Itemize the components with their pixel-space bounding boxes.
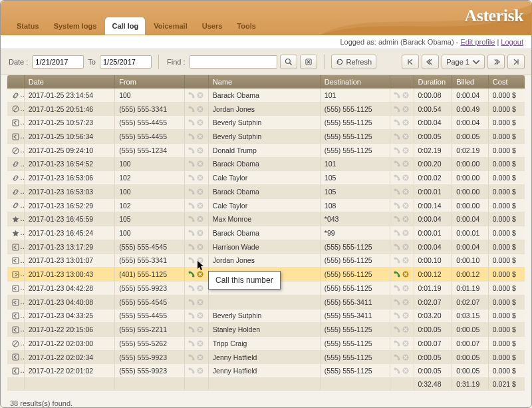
delete-entry-icon[interactable]	[196, 311, 204, 319]
call-number-icon[interactable]	[188, 118, 196, 126]
tab-voicemail[interactable]: Voicemail	[147, 17, 194, 35]
delete-entry-icon[interactable]	[402, 367, 410, 375]
call-number-icon[interactable]	[393, 91, 401, 99]
delete-entry-icon[interactable]	[402, 118, 410, 126]
call-number-icon[interactable]	[393, 256, 401, 264]
call-number-icon[interactable]	[393, 367, 401, 375]
delete-entry-icon[interactable]	[196, 91, 204, 99]
delete-entry-icon[interactable]	[196, 132, 204, 140]
call-number-icon[interactable]	[393, 146, 401, 154]
call-number-icon[interactable]	[393, 229, 401, 237]
date-from-input[interactable]	[32, 55, 84, 69]
delete-entry-icon[interactable]	[402, 146, 410, 154]
call-number-icon[interactable]	[393, 174, 401, 182]
delete-entry-icon[interactable]	[402, 174, 410, 182]
col-header[interactable]: Billed	[452, 75, 489, 89]
table-row[interactable]: 2017-01-25 10:57:23(555) 555-4455Beverly…	[7, 116, 525, 130]
call-number-icon[interactable]	[393, 243, 401, 251]
call-number-icon[interactable]	[188, 215, 196, 223]
tab-call-log[interactable]: Call log	[104, 17, 146, 35]
delete-entry-icon[interactable]	[402, 353, 410, 361]
table-row[interactable]: 2017-01-23 16:45:24100Barack Obama*990:0…	[7, 226, 525, 240]
delete-entry-icon[interactable]	[402, 284, 410, 292]
tab-tools[interactable]: Tools	[230, 17, 263, 35]
call-number-icon[interactable]	[393, 284, 401, 292]
delete-entry-icon[interactable]	[402, 132, 410, 140]
call-number-icon[interactable]	[393, 118, 401, 126]
call-number-icon[interactable]	[188, 202, 196, 210]
delete-entry-icon[interactable]	[196, 118, 204, 126]
call-number-icon[interactable]	[393, 215, 401, 223]
table-row[interactable]: 2017-01-23 16:53:03100Barack Obama1050:0…	[7, 185, 525, 199]
call-number-icon[interactable]	[188, 339, 196, 347]
pager-next-button[interactable]	[487, 55, 505, 69]
table-row[interactable]: 2017-01-23 16:45:59105Max Monroe*0430:00…	[7, 212, 525, 226]
tab-users[interactable]: Users	[196, 17, 229, 35]
table-row[interactable]: 2017-01-23 13:01:07(555) 555-3341Jordan …	[7, 254, 525, 268]
call-number-icon[interactable]	[393, 353, 401, 361]
logout-link[interactable]: Logout	[501, 38, 523, 46]
find-input[interactable]	[190, 55, 277, 69]
pager-prev-button[interactable]	[422, 55, 439, 69]
col-header[interactable]: Duration	[414, 75, 452, 89]
table-row[interactable]: 2017-01-23 13:17:29(555) 555-4545Harriso…	[7, 240, 525, 254]
delete-entry-icon[interactable]	[402, 160, 410, 168]
delete-entry-icon[interactable]	[402, 202, 410, 210]
col-header[interactable]: Date	[24, 75, 114, 89]
call-number-icon[interactable]	[393, 188, 401, 196]
search-button[interactable]	[280, 55, 297, 69]
delete-entry-icon[interactable]	[402, 229, 410, 237]
call-number-icon[interactable]	[393, 311, 401, 319]
table-row[interactable]: 2017-01-25 23:14:54100Barack Obama1010:0…	[7, 89, 525, 102]
pager-last-button[interactable]	[507, 55, 525, 69]
delete-entry-icon[interactable]	[196, 243, 204, 251]
delete-entry-icon[interactable]	[402, 243, 410, 251]
delete-entry-icon[interactable]	[402, 325, 410, 333]
call-number-icon[interactable]	[188, 105, 196, 113]
delete-entry-icon[interactable]	[196, 174, 204, 182]
call-number-icon[interactable]	[188, 256, 196, 264]
call-number-icon[interactable]	[188, 243, 196, 251]
col-header[interactable]: From	[115, 75, 185, 89]
table-row[interactable]: 2017-01-25 09:24:10(555) 555-1234Donald …	[7, 143, 525, 157]
call-number-icon[interactable]	[188, 229, 196, 237]
call-number-icon[interactable]	[188, 160, 196, 168]
delete-entry-icon[interactable]	[196, 284, 204, 292]
delete-entry-icon[interactable]	[402, 298, 410, 306]
delete-entry-icon[interactable]	[196, 353, 204, 361]
col-header[interactable]: Cost	[488, 75, 525, 89]
delete-entry-icon[interactable]	[196, 215, 204, 223]
table-row[interactable]: 2017-01-23 04:33:25(555) 555-4455Beverly…	[7, 309, 525, 323]
call-number-icon[interactable]	[188, 353, 196, 361]
delete-entry-icon[interactable]	[196, 325, 204, 333]
pager-first-button[interactable]	[402, 55, 419, 69]
delete-entry-icon[interactable]	[402, 91, 410, 99]
delete-entry-icon[interactable]	[196, 298, 204, 306]
delete-entry-icon[interactable]	[402, 105, 410, 113]
col-header[interactable]: Destination	[320, 75, 390, 89]
call-number-icon[interactable]	[188, 146, 196, 154]
call-number-icon[interactable]	[393, 105, 401, 113]
delete-entry-icon[interactable]	[196, 367, 204, 375]
delete-entry-icon[interactable]	[402, 256, 410, 264]
call-number-icon[interactable]	[393, 339, 401, 347]
call-number-icon[interactable]	[188, 91, 196, 99]
delete-entry-icon[interactable]	[402, 311, 410, 319]
table-row[interactable]: 2017-01-23 16:52:29102Cale Taylor1080:00…	[7, 198, 525, 212]
delete-entry-icon[interactable]	[196, 202, 204, 210]
table-row[interactable]: 2017-01-23 16:53:06102Cale Taylor1050:00…	[7, 171, 525, 185]
call-number-icon[interactable]	[188, 188, 196, 196]
table-row[interactable]: 2017-01-22 02:03:00(555) 555-5262Tripp C…	[7, 336, 525, 350]
table-row[interactable]: 2017-01-25 20:51:46(555) 555-3341Jordan …	[7, 102, 525, 116]
call-number-icon[interactable]	[393, 202, 401, 210]
call-number-icon[interactable]	[188, 311, 196, 319]
call-number-icon[interactable]	[393, 325, 401, 333]
edit-profile-link[interactable]: Edit profile	[460, 38, 495, 46]
delete-entry-icon[interactable]	[402, 270, 410, 278]
delete-entry-icon[interactable]	[196, 105, 204, 113]
table-row[interactable]: 2017-01-22 20:15:06(555) 555-2211Stanley…	[7, 323, 525, 337]
table-row[interactable]: 2017-01-22 02:02:34(555) 555-9923Jenny H…	[7, 350, 525, 364]
call-number-icon[interactable]	[188, 298, 196, 306]
call-number-icon[interactable]	[188, 132, 196, 140]
table-row[interactable]: 2017-01-25 10:56:34(555) 555-4455Beverly…	[7, 130, 525, 144]
